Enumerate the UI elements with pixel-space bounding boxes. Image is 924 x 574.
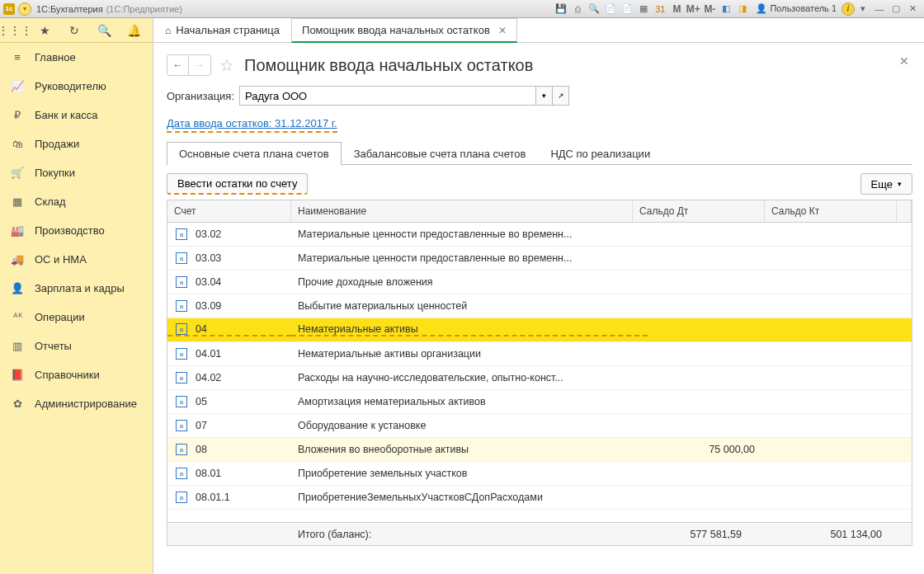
org-label: Организация: bbox=[167, 90, 234, 102]
table-row[interactable]: a04.02Расходы на научно-исследовательски… bbox=[167, 366, 912, 390]
account-icon: a bbox=[176, 300, 187, 312]
account-icon: a bbox=[176, 468, 187, 479]
sidebar-item-label: Продажи bbox=[35, 138, 79, 150]
sidebar-item-label: Операции bbox=[35, 311, 85, 323]
search-icon[interactable]: 🔍 bbox=[89, 18, 119, 43]
history-icon[interactable]: ↻ bbox=[59, 18, 89, 43]
sidebar-item-icon: ▦ bbox=[10, 195, 25, 208]
table-row[interactable]: a04Нематериальные активы bbox=[167, 318, 912, 342]
table-row[interactable]: a08.01.1ПриобретениеЗемельныхУчастковСДо… bbox=[167, 486, 912, 510]
sidebar-item-label: Руководителю bbox=[35, 80, 106, 92]
maximize-button[interactable]: ▢ bbox=[889, 2, 903, 16]
enter-balances-button[interactable]: Ввести остатки по счету bbox=[167, 173, 308, 195]
account-icon: a bbox=[176, 228, 187, 240]
sidebar-item-label: Производство bbox=[35, 224, 105, 237]
cell-account: 03.02 bbox=[196, 228, 221, 240]
tab-close-icon[interactable]: ✕ bbox=[498, 25, 507, 36]
favorite-star-icon[interactable]: ☆ bbox=[219, 55, 234, 75]
table-row[interactable]: a03.03Материальные ценности предоставлен… bbox=[167, 247, 912, 271]
tb-preview-icon[interactable]: 🔍 bbox=[587, 2, 601, 16]
sidebar-item[interactable]: 📕Справочники bbox=[0, 360, 153, 389]
favorite-icon[interactable]: ★ bbox=[30, 18, 59, 43]
date-entry-link[interactable]: Дата ввода остатков: 31.12.2017 г. bbox=[167, 117, 337, 133]
sidebar-item-icon: ▥ bbox=[10, 340, 25, 352]
sidebar-item-icon: 🛒 bbox=[10, 167, 25, 179]
tb-doc1-icon[interactable]: 📄 bbox=[603, 2, 618, 16]
table-body[interactable]: a03.02Материальные ценности предоставлен… bbox=[167, 223, 912, 522]
tb-print-icon[interactable]: ⎙ bbox=[570, 2, 585, 16]
sidebar-item-label: Главное bbox=[35, 51, 76, 64]
account-icon: a bbox=[176, 444, 187, 455]
minimize-button[interactable]: — bbox=[872, 2, 887, 16]
table-row[interactable]: a04.01Нематериальные активы организации bbox=[167, 342, 912, 366]
sidebar-item[interactable]: ✿Администрирование bbox=[0, 389, 153, 418]
info-button[interactable]: i bbox=[842, 2, 855, 16]
th-saldo-kt[interactable]: Сальдо Кт bbox=[765, 200, 897, 222]
cell-account: 03.03 bbox=[196, 252, 221, 264]
subtab-offbalance[interactable]: Забалансовые счета плана счетов bbox=[342, 142, 539, 165]
tb-panel2-icon[interactable]: ◨ bbox=[735, 2, 750, 16]
sidebar-item[interactable]: ᴬᴷОперации bbox=[0, 303, 153, 332]
tb-m-button[interactable]: M bbox=[669, 2, 684, 16]
sidebar-item-label: Покупки bbox=[35, 167, 75, 179]
accounts-table: Счет Наименование Сальдо Дт Сальдо Кт a0… bbox=[167, 200, 912, 546]
sidebar-item[interactable]: 🛍Продажи bbox=[0, 129, 153, 158]
nav-forward-button: → bbox=[189, 55, 210, 75]
table-row[interactable]: a07Оборудование к установке bbox=[167, 414, 912, 438]
cell-account: 03.04 bbox=[196, 276, 221, 288]
sidebar-item[interactable]: 👤Зарплата и кадры bbox=[0, 274, 153, 303]
table-row[interactable]: a03.04Прочие доходные вложения bbox=[167, 271, 912, 294]
sidebar-item-icon: 🚚 bbox=[10, 253, 25, 266]
close-page-button[interactable]: ✕ bbox=[899, 54, 909, 68]
apps-icon[interactable]: ⋮⋮⋮ bbox=[0, 18, 30, 43]
table-row[interactable]: a08Вложения во внеоборотные активы75 000… bbox=[167, 438, 912, 462]
nav-back-button[interactable]: ← bbox=[167, 55, 189, 75]
sidebar-item[interactable]: ₽Банк и касса bbox=[0, 101, 153, 129]
table-row[interactable]: a03.09Выбытие материальных ценностей bbox=[167, 294, 912, 318]
subtab-vat[interactable]: НДС по реализации bbox=[538, 142, 662, 165]
table-row[interactable]: a05Амортизация нематериальных активов bbox=[167, 390, 912, 414]
org-input[interactable] bbox=[239, 86, 536, 106]
tb-mplus-button[interactable]: M+ bbox=[686, 2, 700, 16]
sidebar-item[interactable]: 📈Руководителю bbox=[0, 72, 153, 101]
tab-strip: ⌂ Начальная страница Помощник ввода нача… bbox=[153, 18, 924, 43]
tb-save-icon[interactable]: 💾 bbox=[554, 2, 568, 16]
sidebar-item-label: Отчеты bbox=[35, 340, 72, 352]
bell-icon[interactable]: 🔔 bbox=[119, 18, 148, 43]
tb-date-icon[interactable]: 31 bbox=[653, 2, 667, 16]
subtab-main-accounts[interactable]: Основные счета плана счетов bbox=[167, 142, 342, 165]
th-scroll-spacer bbox=[897, 200, 912, 222]
sidebar-top: ⋮⋮⋮ ★ ↻ 🔍 🔔 bbox=[0, 18, 153, 43]
footer-saldo-dt: 577 581,59 bbox=[634, 529, 766, 540]
table-row[interactable]: a08.01Приобретение земельных участков bbox=[167, 462, 912, 486]
account-icon: a bbox=[176, 276, 187, 288]
org-dropdown-button[interactable]: ▾ bbox=[536, 86, 553, 106]
org-open-button[interactable]: ↗ bbox=[553, 86, 569, 106]
tb-doc2-icon[interactable]: 📄 bbox=[620, 2, 634, 16]
th-saldo-dt[interactable]: Сальдо Дт bbox=[633, 200, 765, 222]
th-account[interactable]: Счет bbox=[167, 200, 291, 222]
sidebar-item[interactable]: 🏭Производство bbox=[0, 216, 153, 245]
close-window-button[interactable]: ✕ bbox=[905, 2, 920, 16]
account-icon: a bbox=[176, 252, 187, 264]
app-menu-dropdown[interactable]: ▾ bbox=[18, 2, 31, 16]
more-button[interactable]: Еще ▾ bbox=[860, 173, 912, 195]
user-label[interactable]: 👤 Пользователь 1 bbox=[756, 3, 837, 14]
table-row[interactable]: a03.02Материальные ценности предоставлен… bbox=[167, 223, 912, 247]
sidebar-item[interactable]: ▦Склад bbox=[0, 187, 153, 216]
tb-mminus-button[interactable]: M- bbox=[702, 2, 717, 16]
tb-calendar-icon[interactable]: ▦ bbox=[636, 2, 651, 16]
app-subtitle: (1С:Предприятие) bbox=[106, 4, 182, 14]
sidebar-item[interactable]: 🛒Покупки bbox=[0, 158, 153, 187]
sidebar-item[interactable]: ≡Главное bbox=[0, 43, 153, 72]
info-caret[interactable]: ▾ bbox=[856, 2, 870, 16]
sidebar-item[interactable]: 🚚ОС и НМА bbox=[0, 245, 153, 274]
tab-assistant[interactable]: Помощник ввода начальных остатков ✕ bbox=[291, 18, 517, 43]
tb-panel1-icon[interactable]: ◧ bbox=[719, 2, 733, 16]
sidebar-item-icon: ₽ bbox=[10, 109, 25, 121]
tab-home[interactable]: ⌂ Начальная страница bbox=[153, 18, 291, 42]
th-name[interactable]: Наименование bbox=[291, 200, 633, 222]
sidebar-item[interactable]: ▥Отчеты bbox=[0, 332, 153, 360]
table-footer: Итого (баланс): 577 581,59 501 134,00 bbox=[167, 522, 912, 545]
cell-account: 04.01 bbox=[196, 348, 221, 360]
